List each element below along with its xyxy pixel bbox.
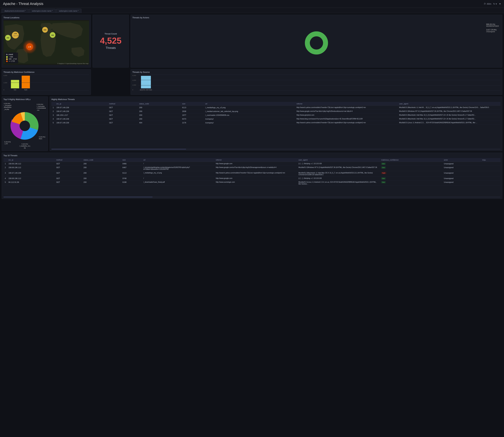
- top10-table: src_ip method status_code size url refer…: [3, 158, 501, 186]
- cell-referrer: http://search.yahoo.com/mobile/s?rewrite…: [295, 106, 398, 109]
- gridline: [138, 90, 501, 91]
- cell-status: 200: [82, 180, 121, 186]
- threats-malicious-title: Threats by Malicious Confidence: [3, 71, 89, 73]
- malicious-table-wrapper[interactable]: src_ip method status_code size url refer…: [51, 102, 501, 148]
- filter-button[interactable]: ▼: [499, 3, 501, 5]
- malicious-table: src_ip method status_code size url refer…: [51, 102, 501, 125]
- table-row: 3 186.159.1.217 GET 200 1977 /_css/maste…: [51, 113, 501, 117]
- top10-col-confidence[interactable]: malicious_confidence: [380, 158, 443, 162]
- top10-col-size[interactable]: size: [121, 158, 142, 162]
- col-referrer[interactable]: referrer: [295, 102, 398, 106]
- cell-useragent: () { :; }; /bin/ping -c 1 10.10.0.69: [297, 177, 380, 180]
- row-num: 2: [51, 109, 55, 113]
- donut-container: 908 (20.1%) WIZARDSPIDER 3,617 (79.9%) U…: [132, 20, 501, 66]
- table-row: 4 158.69.196.112 GET 200 9748 / http://w…: [3, 177, 501, 180]
- col-status[interactable]: status_code: [138, 102, 181, 106]
- top10-scrollbar-thumb[interactable]: [3, 197, 152, 197]
- cell-method: GET: [55, 177, 82, 180]
- gridline: [9, 90, 89, 91]
- table-row: 1 158.69.196.112 GET 200 0466 / http://w…: [3, 162, 501, 166]
- top10-col-status[interactable]: status_code: [82, 158, 121, 162]
- col-method[interactable]: method: [108, 102, 138, 106]
- table-row: 1 190.67.149.238 GET 200 6113 /_media/lo…: [51, 106, 501, 109]
- header-controls: ⏱ -60m ↻ ▾ ▼: [484, 3, 501, 5]
- table-row: 5 190.67.149.238 GET 404 2176 /company/ …: [51, 121, 501, 125]
- donut-labels: 908 (20.1%) WIZARDSPIDER 3,617 (79.9%) U…: [486, 23, 499, 32]
- legend-dot-3: [6, 60, 8, 62]
- cell-method: GET: [108, 113, 138, 117]
- cell-size: 9748: [121, 177, 142, 180]
- cell-confidence: low: [380, 166, 443, 171]
- filter-tab-cluster[interactable]: webengine.cluster.name *: [29, 9, 56, 13]
- cell-url: /_css/master.1334356838.css: [204, 113, 295, 117]
- threat-locations-title: Threat Locations: [3, 17, 89, 19]
- cell-actor: Unassigned: [443, 162, 481, 166]
- top10-col-method[interactable]: method: [55, 158, 82, 162]
- cell-requ: [481, 177, 501, 180]
- refresh-button[interactable]: ↻ ▾: [493, 3, 497, 5]
- filter-tab-node[interactable]: webengine.node.name *: [56, 9, 81, 13]
- filter-tab-deployment[interactable]: deployment.environment *: [2, 9, 29, 13]
- col-url[interactable]: url: [204, 102, 295, 106]
- cell-status: 200: [138, 106, 181, 109]
- refresh-icon: ↻: [493, 3, 495, 5]
- threat-number: 4,525: [100, 36, 121, 45]
- malicious-table-body: 1 190.67.149.238 GET 200 6113 /_media/lo…: [51, 106, 501, 125]
- legend-item-3: >= 1720: [6, 60, 17, 62]
- cell-status: 200: [82, 171, 121, 177]
- legend-item-2: 688 - 1719: [6, 58, 17, 60]
- row-num: 4: [51, 117, 55, 121]
- cell-status: 200: [82, 162, 121, 166]
- col-useragent[interactable]: user_agent: [398, 102, 501, 106]
- cell-referrer: http://search.yahoo.com/mobile/s?rewrite…: [214, 171, 297, 177]
- threat-count-title: Threat Count: [105, 33, 117, 35]
- cell-status: 200: [82, 177, 121, 180]
- cell-url: /_media/logo_my_v2.png: [142, 171, 214, 177]
- threats-source-title: Threats by Source: [132, 71, 501, 73]
- source-chart-wrapper: 6,000 4,000 2,000 0: [132, 75, 501, 94]
- cell-src-ip: 158.69.196.112: [7, 162, 55, 166]
- table-row: 5 84.112.91.96 GET 200 6198 /_downloads/…: [3, 180, 501, 186]
- top10-scrollbar[interactable]: [3, 197, 501, 197]
- cell-src-ip: 190.67.149.238: [55, 117, 108, 121]
- scrollbar-thumb[interactable]: [51, 149, 186, 149]
- col-src-ip[interactable]: src_ip: [55, 102, 108, 106]
- mapbox-credit[interactable]: © Mapbox © OpenStreetMap Improve this ma…: [57, 63, 88, 64]
- cell-size: 6113: [181, 106, 204, 109]
- cell-method: GET: [108, 121, 138, 125]
- cell-referrer: http://www.google.com/url?sa=t&rct=j&q=l…: [214, 166, 297, 171]
- cell-url: /_media/logo_my_v2.png: [204, 106, 295, 109]
- horizontal-scrollbar[interactable]: [51, 149, 501, 149]
- cell-src-ip: 158.69.196.112: [7, 177, 55, 180]
- cell-method: GET: [108, 117, 138, 121]
- top10-table-wrapper[interactable]: src_ip method status_code size url refer…: [3, 158, 501, 196]
- row-num: 5: [3, 180, 7, 186]
- cell-method: GET: [108, 109, 138, 113]
- svg-text:688: 688: [44, 29, 46, 31]
- cell-requ: [481, 180, 501, 186]
- top10-col-useragent[interactable]: user_agent: [297, 158, 380, 162]
- top10-col-actor[interactable]: actor: [443, 158, 481, 162]
- col-size[interactable]: size: [181, 102, 204, 106]
- top10-col-url[interactable]: url: [142, 158, 214, 162]
- cell-actor: Unassigned: [443, 180, 481, 186]
- cell-referrer: http://www.sumologic.com: [214, 180, 297, 186]
- clock-icon: ⏱: [484, 3, 486, 5]
- cell-useragent: Mozilla/5.0 (Macintosh; Intel Mac 10_6_8…: [398, 113, 501, 117]
- status-badge: low: [381, 163, 386, 165]
- top10-col-referrer[interactable]: referrer: [214, 158, 297, 162]
- status-badge: low: [381, 177, 386, 179]
- cell-url: /company/: [204, 117, 295, 121]
- cell-size: 6113: [121, 171, 142, 177]
- malicious-chart-wrapper: 4,000 2,000 0: [3, 75, 89, 94]
- threats-actors-panel: Threats by Actors 908 (20.1%) WIZARDSPID…: [131, 15, 502, 68]
- top10-col-requ[interactable]: requ: [481, 158, 501, 162]
- legend-dot-2: [6, 58, 8, 60]
- svg-point-16: [20, 120, 30, 131]
- cell-src-ip: 158.69.196.112: [7, 166, 55, 171]
- cell-url: /_includes/wp/blog/wp-content/plugins/us…: [142, 166, 214, 171]
- top10-col-src-ip[interactable]: src_ip: [7, 158, 55, 162]
- cell-src-ip: 190.67.149.238: [55, 121, 108, 125]
- time-range-control[interactable]: ⏱ -60m: [484, 3, 492, 5]
- cell-status: 200: [138, 117, 181, 121]
